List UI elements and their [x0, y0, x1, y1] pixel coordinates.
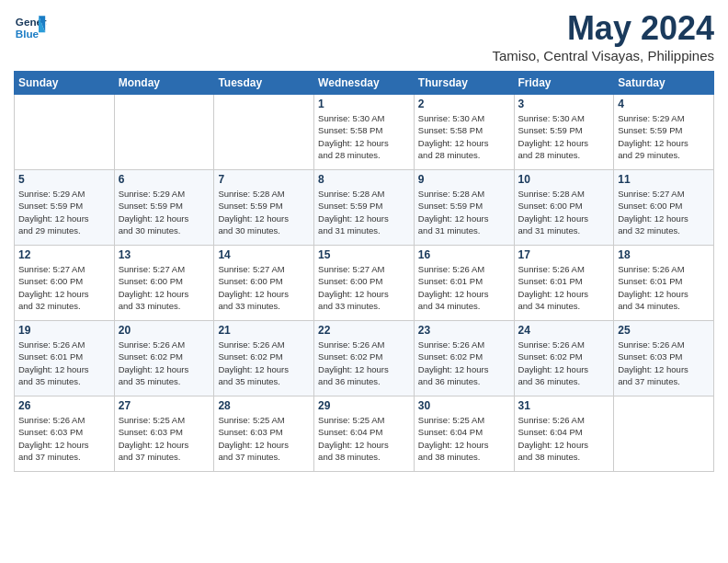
- day-number: 31: [518, 399, 610, 412]
- calendar-cell: 24Sunrise: 5:26 AM Sunset: 6:02 PM Dayli…: [514, 321, 614, 396]
- calendar-cell: 23Sunrise: 5:26 AM Sunset: 6:02 PM Dayli…: [414, 321, 514, 396]
- calendar-cell: 12Sunrise: 5:27 AM Sunset: 6:00 PM Dayli…: [15, 246, 115, 321]
- day-number: 26: [18, 399, 110, 412]
- calendar-cell: 31Sunrise: 5:26 AM Sunset: 6:04 PM Dayli…: [514, 396, 614, 472]
- header-row: SundayMondayTuesdayWednesdayThursdayFrid…: [15, 72, 714, 95]
- calendar-cell: 19Sunrise: 5:26 AM Sunset: 6:01 PM Dayli…: [15, 321, 115, 396]
- calendar-cell: 25Sunrise: 5:26 AM Sunset: 6:03 PM Dayli…: [614, 321, 714, 396]
- day-number: 12: [18, 248, 110, 261]
- calendar-cell: 18Sunrise: 5:26 AM Sunset: 6:01 PM Dayli…: [614, 246, 714, 321]
- day-info: Sunrise: 5:26 AM Sunset: 6:02 PM Dayligh…: [318, 339, 410, 387]
- day-info: Sunrise: 5:28 AM Sunset: 5:59 PM Dayligh…: [218, 188, 310, 236]
- day-header-friday: Friday: [514, 72, 614, 95]
- day-info: Sunrise: 5:27 AM Sunset: 6:00 PM Dayligh…: [318, 263, 410, 312]
- day-info: Sunrise: 5:29 AM Sunset: 5:59 PM Dayligh…: [18, 188, 110, 236]
- month-title: May 2024: [492, 9, 714, 48]
- logo: General Blue: [14, 9, 47, 42]
- day-info: Sunrise: 5:26 AM Sunset: 6:02 PM Dayligh…: [418, 339, 510, 387]
- day-number: 16: [418, 248, 510, 261]
- day-info: Sunrise: 5:25 AM Sunset: 6:04 PM Dayligh…: [418, 414, 510, 463]
- day-number: 1: [318, 98, 410, 110]
- day-info: Sunrise: 5:26 AM Sunset: 6:02 PM Dayligh…: [119, 339, 210, 387]
- calendar-cell: 6Sunrise: 5:29 AM Sunset: 5:59 PM Daylig…: [114, 170, 214, 246]
- day-number: 28: [218, 399, 310, 412]
- calendar-cell: 2Sunrise: 5:30 AM Sunset: 5:58 PM Daylig…: [414, 95, 514, 170]
- calendar-week-4: 19Sunrise: 5:26 AM Sunset: 6:01 PM Dayli…: [15, 321, 714, 396]
- day-number: 24: [518, 324, 610, 337]
- day-number: 30: [418, 399, 510, 412]
- calendar-cell: 14Sunrise: 5:27 AM Sunset: 6:00 PM Dayli…: [214, 246, 314, 321]
- day-info: Sunrise: 5:26 AM Sunset: 6:01 PM Dayligh…: [418, 263, 510, 312]
- day-number: 8: [318, 173, 410, 186]
- day-info: Sunrise: 5:26 AM Sunset: 6:01 PM Dayligh…: [618, 263, 710, 312]
- day-number: 22: [318, 324, 410, 337]
- day-info: Sunrise: 5:26 AM Sunset: 6:01 PM Dayligh…: [518, 263, 610, 312]
- calendar-cell: 30Sunrise: 5:25 AM Sunset: 6:04 PM Dayli…: [414, 396, 514, 472]
- calendar-cell: 21Sunrise: 5:26 AM Sunset: 6:02 PM Dayli…: [214, 321, 314, 396]
- calendar-cell: [114, 95, 214, 170]
- calendar-week-2: 5Sunrise: 5:29 AM Sunset: 5:59 PM Daylig…: [15, 170, 714, 246]
- day-info: Sunrise: 5:26 AM Sunset: 6:04 PM Dayligh…: [518, 414, 610, 463]
- day-number: 23: [418, 324, 510, 337]
- day-number: 10: [518, 173, 610, 186]
- day-header-monday: Monday: [114, 72, 214, 95]
- calendar-body: 1Sunrise: 5:30 AM Sunset: 5:58 PM Daylig…: [15, 95, 714, 472]
- day-number: 5: [18, 173, 110, 186]
- day-number: 29: [318, 399, 410, 412]
- calendar-cell: 28Sunrise: 5:25 AM Sunset: 6:03 PM Dayli…: [214, 396, 314, 472]
- calendar-table: SundayMondayTuesdayWednesdayThursdayFrid…: [14, 71, 714, 472]
- day-number: 2: [418, 98, 510, 110]
- day-info: Sunrise: 5:26 AM Sunset: 6:02 PM Dayligh…: [518, 339, 610, 387]
- calendar-cell: 13Sunrise: 5:27 AM Sunset: 6:00 PM Dayli…: [114, 246, 214, 321]
- day-number: 25: [618, 324, 710, 337]
- day-number: 6: [119, 173, 210, 186]
- day-info: Sunrise: 5:30 AM Sunset: 5:58 PM Dayligh…: [418, 112, 510, 161]
- day-info: Sunrise: 5:25 AM Sunset: 6:03 PM Dayligh…: [119, 414, 210, 463]
- page-header: General Blue May 2024 Tamiso, Central Vi…: [14, 9, 714, 63]
- day-info: Sunrise: 5:28 AM Sunset: 6:00 PM Dayligh…: [518, 188, 610, 236]
- day-info: Sunrise: 5:28 AM Sunset: 5:59 PM Dayligh…: [418, 188, 510, 236]
- day-number: 19: [18, 324, 110, 337]
- day-info: Sunrise: 5:30 AM Sunset: 5:58 PM Dayligh…: [318, 112, 410, 161]
- calendar-cell: 20Sunrise: 5:26 AM Sunset: 6:02 PM Dayli…: [114, 321, 214, 396]
- calendar-cell: 16Sunrise: 5:26 AM Sunset: 6:01 PM Dayli…: [414, 246, 514, 321]
- day-info: Sunrise: 5:28 AM Sunset: 5:59 PM Dayligh…: [318, 188, 410, 236]
- day-number: 20: [119, 324, 210, 337]
- calendar-cell: [15, 95, 115, 170]
- day-info: Sunrise: 5:26 AM Sunset: 6:03 PM Dayligh…: [618, 339, 710, 387]
- calendar-cell: 10Sunrise: 5:28 AM Sunset: 6:00 PM Dayli…: [514, 170, 614, 246]
- calendar-cell: 1Sunrise: 5:30 AM Sunset: 5:58 PM Daylig…: [314, 95, 415, 170]
- day-number: 27: [119, 399, 210, 412]
- calendar-cell: 3Sunrise: 5:30 AM Sunset: 5:59 PM Daylig…: [514, 95, 614, 170]
- calendar-cell: [614, 396, 714, 472]
- calendar-cell: 17Sunrise: 5:26 AM Sunset: 6:01 PM Dayli…: [514, 246, 614, 321]
- calendar-cell: [214, 95, 314, 170]
- day-info: Sunrise: 5:26 AM Sunset: 6:03 PM Dayligh…: [18, 414, 110, 463]
- svg-text:Blue: Blue: [16, 28, 40, 40]
- day-number: 15: [318, 248, 410, 261]
- location-title: Tamiso, Central Visayas, Philippines: [492, 48, 714, 63]
- day-info: Sunrise: 5:27 AM Sunset: 6:00 PM Dayligh…: [18, 263, 110, 312]
- calendar-cell: 5Sunrise: 5:29 AM Sunset: 5:59 PM Daylig…: [15, 170, 115, 246]
- day-number: 18: [618, 248, 710, 261]
- day-header-saturday: Saturday: [614, 72, 714, 95]
- day-header-thursday: Thursday: [414, 72, 514, 95]
- calendar-week-3: 12Sunrise: 5:27 AM Sunset: 6:00 PM Dayli…: [15, 246, 714, 321]
- calendar-cell: 4Sunrise: 5:29 AM Sunset: 5:59 PM Daylig…: [614, 95, 714, 170]
- calendar-cell: 11Sunrise: 5:27 AM Sunset: 6:00 PM Dayli…: [614, 170, 714, 246]
- calendar-cell: 22Sunrise: 5:26 AM Sunset: 6:02 PM Dayli…: [314, 321, 415, 396]
- title-area: May 2024 Tamiso, Central Visayas, Philip…: [492, 9, 714, 63]
- calendar-week-1: 1Sunrise: 5:30 AM Sunset: 5:58 PM Daylig…: [15, 95, 714, 170]
- calendar-cell: 15Sunrise: 5:27 AM Sunset: 6:00 PM Dayli…: [314, 246, 415, 321]
- day-header-tuesday: Tuesday: [214, 72, 314, 95]
- day-info: Sunrise: 5:26 AM Sunset: 6:02 PM Dayligh…: [218, 339, 310, 387]
- day-number: 14: [218, 248, 310, 261]
- day-info: Sunrise: 5:26 AM Sunset: 6:01 PM Dayligh…: [18, 339, 110, 387]
- day-number: 11: [618, 173, 710, 186]
- day-header-wednesday: Wednesday: [314, 72, 415, 95]
- day-header-sunday: Sunday: [15, 72, 115, 95]
- day-number: 4: [618, 98, 710, 110]
- day-number: 13: [119, 248, 210, 261]
- day-info: Sunrise: 5:27 AM Sunset: 6:00 PM Dayligh…: [119, 263, 210, 312]
- day-info: Sunrise: 5:29 AM Sunset: 5:59 PM Dayligh…: [618, 112, 710, 161]
